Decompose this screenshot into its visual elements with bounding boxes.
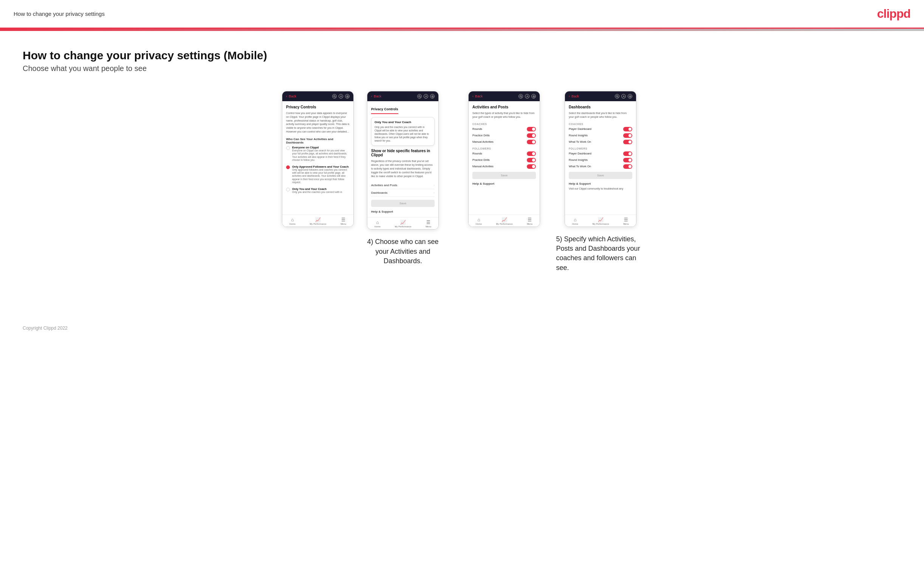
nav-home-2[interactable]: ⌂ Home bbox=[375, 220, 381, 228]
followers-rounds-label: Rounds bbox=[472, 152, 482, 155]
coaches-insights-toggle[interactable] bbox=[623, 133, 632, 138]
mobile-bottom-nav-3: ⌂ Home 📈 My Performance ☰ Menu bbox=[468, 214, 540, 227]
screen1-section-title: Privacy Controls bbox=[286, 105, 350, 109]
nav-performance-4[interactable]: 📈 My Performance bbox=[592, 217, 609, 225]
option-coach[interactable]: Only You and Your Coach Only you and the… bbox=[286, 187, 350, 194]
main-content: How to change your privacy settings (Mob… bbox=[0, 31, 924, 295]
coaches-practice-toggle[interactable] bbox=[527, 133, 536, 138]
mobile-back-4[interactable]: ‹ Back bbox=[569, 94, 579, 98]
performance-icon-1: 📈 bbox=[315, 217, 321, 222]
screenshot-block-2: ‹ Back bbox=[364, 91, 442, 266]
nav-performance-2[interactable]: 📈 My Performance bbox=[394, 220, 411, 228]
followers-rounds-toggle[interactable] bbox=[527, 152, 536, 156]
screen4-help[interactable]: Help & Support bbox=[569, 182, 632, 185]
screen2-tab[interactable]: Privacy Controls bbox=[371, 105, 398, 114]
screen4-save[interactable]: Save bbox=[569, 172, 632, 179]
option-everyone-label: Everyone on Clippd bbox=[292, 146, 350, 149]
nav-performance-3[interactable]: 📈 My Performance bbox=[496, 217, 512, 225]
home-icon-1: ⌂ bbox=[291, 217, 294, 222]
nav-menu-2[interactable]: ☰ Menu bbox=[425, 220, 431, 228]
copyright: Copyright Clippd 2022 bbox=[23, 326, 68, 331]
radio-coach[interactable] bbox=[286, 188, 290, 192]
search-icon-1[interactable] bbox=[332, 94, 337, 98]
profile-icon-2[interactable] bbox=[424, 94, 428, 98]
performance-icon-4: 📈 bbox=[598, 217, 604, 222]
search-icon-2[interactable] bbox=[417, 94, 422, 98]
mobile-body-1: Privacy Controls Control how you and you… bbox=[282, 101, 353, 214]
option-everyone[interactable]: Everyone on Clippd Everyone on Clippd ca… bbox=[286, 146, 350, 162]
mobile-topbar-icons-3 bbox=[519, 94, 536, 98]
followers-label-4: FOLLOWERS bbox=[569, 147, 632, 150]
mobile-back-1[interactable]: ‹ Back bbox=[286, 94, 296, 98]
option-followers[interactable]: Only Approved Followers and Your Coach O… bbox=[286, 165, 350, 184]
screen3-save[interactable]: Save bbox=[472, 172, 536, 179]
nav-menu-4[interactable]: ☰ Menu bbox=[623, 217, 629, 225]
logo: clippd bbox=[877, 7, 910, 21]
back-label-3: Back bbox=[475, 94, 483, 98]
coaches-rounds-toggle[interactable] bbox=[527, 127, 536, 131]
mobile-bottom-nav-2: ⌂ Home 📈 My Performance ☰ Menu bbox=[367, 217, 438, 229]
home-icon-2: ⌂ bbox=[376, 220, 379, 225]
followers-workon-toggle[interactable] bbox=[623, 164, 632, 169]
menu-icon-2[interactable] bbox=[430, 94, 435, 98]
screen1-subsection: Who Can See Your Activities and Dashboar… bbox=[286, 137, 350, 144]
mobile-back-3[interactable]: ‹ Back bbox=[472, 94, 483, 98]
radio-everyone[interactable] bbox=[286, 146, 290, 150]
followers-section: FOLLOWERS Rounds Practice Drills bbox=[472, 147, 536, 169]
screen4-section-title: Dashboards bbox=[569, 105, 632, 109]
search-icon-3[interactable] bbox=[519, 94, 523, 98]
screenshots-pair-right: ‹ Back bbox=[460, 91, 645, 272]
screen2-section-desc: Regardless of the privacy controls that … bbox=[371, 160, 435, 178]
nav-performance-label-3: My Performance bbox=[496, 223, 512, 225]
screen2-save[interactable]: Save bbox=[371, 200, 435, 207]
followers-player-row: Player Dashboard bbox=[569, 152, 632, 156]
mobile-back-2[interactable]: ‹ Back bbox=[371, 94, 381, 98]
page-subtitle: Choose what you want people to see bbox=[23, 64, 901, 73]
menu-nav-icon-1: ☰ bbox=[341, 217, 346, 222]
screen2-help[interactable]: Help & Support bbox=[371, 210, 435, 213]
screen2-tab-label: Privacy Controls bbox=[371, 107, 398, 111]
profile-icon-1[interactable] bbox=[339, 94, 343, 98]
svg-point-14 bbox=[520, 95, 521, 97]
coaches-manual-toggle[interactable] bbox=[527, 140, 536, 144]
back-chevron-icon-3: ‹ bbox=[472, 94, 473, 98]
coaches-player-toggle[interactable] bbox=[623, 127, 632, 131]
followers-insights-row: Round Insights bbox=[569, 158, 632, 162]
followers-manual-row: Manual Activities bbox=[472, 164, 536, 169]
nav-menu-1[interactable]: ☰ Menu bbox=[341, 217, 346, 225]
coaches-player-label: Player Dashboard bbox=[569, 127, 591, 131]
mobile-topbar-4: ‹ Back bbox=[565, 91, 636, 101]
radio-followers[interactable] bbox=[286, 165, 290, 169]
menu-icon-1[interactable] bbox=[345, 94, 350, 98]
followers-manual-toggle[interactable] bbox=[527, 164, 536, 169]
screen3-help[interactable]: Help & Support bbox=[472, 182, 536, 185]
nav-performance-label-2: My Performance bbox=[394, 226, 411, 228]
profile-icon-3[interactable] bbox=[525, 94, 530, 98]
followers-practice-toggle[interactable] bbox=[527, 158, 536, 162]
nav-performance-1[interactable]: 📈 My Performance bbox=[310, 217, 326, 225]
screen4-section-desc: Select the dashboards that you'd like to… bbox=[569, 111, 632, 119]
svg-point-0 bbox=[333, 95, 335, 97]
option-activities[interactable]: Activities and Posts › bbox=[371, 182, 435, 189]
nav-home-3[interactable]: ⌂ Home bbox=[476, 217, 482, 225]
chevron-activities: › bbox=[433, 184, 435, 187]
coaches-workon-row: What To Work On bbox=[569, 140, 632, 144]
followers-insights-toggle[interactable] bbox=[623, 158, 632, 162]
coaches-practice-label: Practice Drills bbox=[472, 134, 490, 137]
nav-home-1[interactable]: ⌂ Home bbox=[289, 217, 296, 225]
nav-home-4[interactable]: ⌂ Home bbox=[572, 217, 578, 225]
option-dashboards[interactable]: Dashboards › bbox=[371, 189, 435, 197]
coaches-section-4: COACHES Player Dashboard Round Insights bbox=[569, 123, 632, 144]
profile-icon-4[interactable] bbox=[621, 94, 626, 98]
menu-icon-4[interactable] bbox=[628, 94, 632, 98]
coaches-workon-toggle[interactable] bbox=[623, 140, 632, 144]
menu-icon-3[interactable] bbox=[531, 94, 536, 98]
option-dashboards-label: Dashboards bbox=[371, 191, 388, 195]
search-icon-4[interactable] bbox=[615, 94, 619, 98]
followers-player-toggle[interactable] bbox=[623, 152, 632, 156]
svg-point-7 bbox=[418, 95, 420, 97]
screenshot-block-3: ‹ Back bbox=[460, 91, 549, 272]
menu-nav-icon-3: ☰ bbox=[528, 217, 532, 222]
nav-menu-3[interactable]: ☰ Menu bbox=[527, 217, 533, 225]
nav-menu-label-3: Menu bbox=[527, 223, 533, 225]
